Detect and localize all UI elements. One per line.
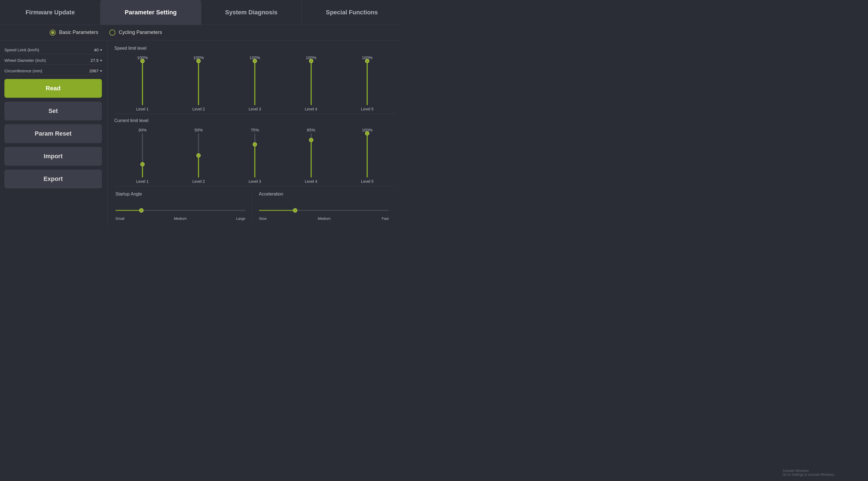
param-speed-limit: Speed Limit (km/h) 40 ▾ xyxy=(4,46,102,54)
slider-col-level-3[interactable]: 100%Level 3 xyxy=(230,55,280,111)
slider-level-label: Level 4 xyxy=(305,179,317,184)
circumference-value: 2067 xyxy=(89,68,99,73)
import-button[interactable]: Import xyxy=(4,147,102,166)
radio-circle-cycling xyxy=(109,30,115,36)
vert-thumb[interactable] xyxy=(365,131,369,136)
vert-thumb[interactable] xyxy=(140,162,145,167)
vert-thumb[interactable] xyxy=(309,59,313,63)
slider-col-level-3[interactable]: 75%Level 3 xyxy=(230,127,280,184)
startup-large-label: Large xyxy=(236,216,245,221)
vert-track xyxy=(198,61,199,105)
param-reset-button[interactable]: Param Reset xyxy=(4,124,102,143)
acceleration-fill xyxy=(259,210,296,211)
tab-special-functions[interactable]: Special Functions xyxy=(302,0,402,25)
radio-basic-params[interactable]: Basic Parameters xyxy=(50,30,98,36)
slider-level-label: Level 3 xyxy=(248,107,261,111)
vert-track xyxy=(198,133,199,178)
slider-level-label: Level 1 xyxy=(136,107,149,111)
slider-col-level-2[interactable]: 50%Level 2 xyxy=(174,127,223,184)
set-button[interactable]: Set xyxy=(4,101,102,120)
slider-pct-level-4: 85% xyxy=(307,127,315,132)
speed-limit-section: Speed limit level 100%Level 1100%Level 2… xyxy=(114,45,395,114)
tab-firmware-update[interactable]: Firmware Update xyxy=(0,0,100,25)
vert-track xyxy=(367,61,368,105)
wheel-diameter-value: 27.5 xyxy=(91,58,99,63)
param-wheel-diameter: Wheel Diameter (Inch) 27.5 ▾ xyxy=(4,56,102,65)
slider-col-level-1[interactable]: 30%Level 1 xyxy=(118,127,167,184)
vert-fill xyxy=(311,140,312,178)
slider-level-label: Level 5 xyxy=(361,179,374,184)
slider-pct-level-1: 30% xyxy=(138,127,147,132)
top-navigation: Firmware Update Parameter Setting System… xyxy=(0,0,402,25)
basic-params-label: Basic Parameters xyxy=(59,30,98,35)
circumference-label: Circumference (mm) xyxy=(4,68,42,73)
startup-angle-slider[interactable] xyxy=(115,208,245,213)
vert-track xyxy=(254,61,255,105)
acceleration-track xyxy=(259,210,389,211)
speed-limit-sliders: 100%Level 1100%Level 2100%Level 3100%Lev… xyxy=(114,53,395,114)
slider-col-level-2[interactable]: 100%Level 2 xyxy=(174,55,223,111)
slider-col-level-4[interactable]: 85%Level 4 xyxy=(286,127,336,184)
startup-small-label: Small xyxy=(115,216,125,221)
main-layout: Speed Limit (km/h) 40 ▾ Wheel Diameter (… xyxy=(0,40,402,227)
wheel-diameter-select[interactable]: 27.5 ▾ xyxy=(91,58,102,63)
startup-medium-label: Medium xyxy=(174,216,187,221)
speed-limit-value: 40 xyxy=(94,48,99,52)
slider-col-level-1[interactable]: 100%Level 1 xyxy=(118,55,167,111)
startup-angle-fill xyxy=(115,210,142,211)
radio-cycling-params[interactable]: Cycling Parameters xyxy=(109,30,162,36)
vert-track xyxy=(142,61,143,105)
bottom-sections: Startup Angle Small Medium Large Acceler… xyxy=(114,190,395,222)
accel-medium-label: Medium xyxy=(318,216,331,221)
slider-level-label: Level 5 xyxy=(361,107,374,111)
slider-col-level-5[interactable]: 100%Level 5 xyxy=(342,127,392,184)
vert-fill xyxy=(254,61,255,105)
wheel-diameter-label: Wheel Diameter (Inch) xyxy=(4,58,46,63)
acceleration-thumb[interactable] xyxy=(293,208,297,213)
vert-thumb[interactable] xyxy=(196,59,201,63)
vert-thumb[interactable] xyxy=(365,59,369,63)
sub-navigation: Basic Parameters Cycling Parameters xyxy=(0,25,402,40)
vert-thumb[interactable] xyxy=(253,59,257,63)
slider-col-level-4[interactable]: 100%Level 4 xyxy=(286,55,336,111)
speed-limit-section-title: Speed limit level xyxy=(114,46,395,51)
export-button[interactable]: Export xyxy=(4,170,102,188)
slider-col-level-5[interactable]: 100%Level 5 xyxy=(342,55,392,111)
speed-limit-select[interactable]: 40 ▾ xyxy=(94,48,102,52)
left-panel: Speed Limit (km/h) 40 ▾ Wheel Diameter (… xyxy=(0,40,108,227)
speed-limit-label: Speed Limit (km/h) xyxy=(4,48,39,52)
vert-thumb[interactable] xyxy=(196,153,201,158)
vert-fill xyxy=(254,144,255,178)
vert-fill xyxy=(142,61,143,105)
vert-thumb[interactable] xyxy=(253,142,257,147)
vert-thumb[interactable] xyxy=(309,138,313,142)
startup-angle-thumb[interactable] xyxy=(139,208,144,213)
circumference-select[interactable]: 2067 ▾ xyxy=(89,68,102,73)
vert-fill xyxy=(367,61,368,105)
speed-limit-arrow: ▾ xyxy=(100,48,102,52)
startup-angle-title: Startup Angle xyxy=(115,192,245,197)
startup-angle-track xyxy=(115,210,245,211)
tab-parameter-setting[interactable]: Parameter Setting xyxy=(100,0,201,25)
startup-angle-labels: Small Medium Large xyxy=(115,216,245,221)
vert-fill xyxy=(198,61,199,105)
slider-level-label: Level 1 xyxy=(136,179,149,184)
read-button[interactable]: Read xyxy=(4,79,102,98)
current-limit-section: Current limit level 30%Level 150%Level 2… xyxy=(114,117,395,186)
vert-track xyxy=(254,133,255,178)
vert-thumb[interactable] xyxy=(140,59,145,63)
acceleration-slider[interactable] xyxy=(259,208,389,213)
accel-fast-label: Fast xyxy=(382,216,389,221)
current-limit-section-title: Current limit level xyxy=(114,118,395,123)
tab-system-diagnosis[interactable]: System Diagnosis xyxy=(201,0,302,25)
accel-slow-label: Slow xyxy=(259,216,267,221)
circumference-arrow: ▾ xyxy=(100,69,102,73)
cycling-params-label: Cycling Parameters xyxy=(119,30,162,35)
vert-fill xyxy=(311,61,312,105)
radio-circle-basic xyxy=(50,30,56,36)
vert-fill xyxy=(367,133,368,178)
vert-fill xyxy=(198,155,199,178)
vert-track xyxy=(367,133,368,178)
slider-level-label: Level 2 xyxy=(192,179,205,184)
slider-level-label: Level 2 xyxy=(192,107,205,111)
